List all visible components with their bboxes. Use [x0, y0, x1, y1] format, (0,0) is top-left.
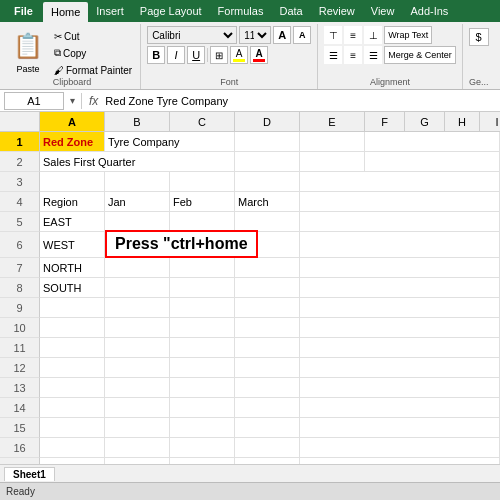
row-header-2[interactable]: 2: [0, 152, 40, 172]
align-right-button[interactable]: ☰: [364, 46, 382, 64]
row-header-8[interactable]: 8: [0, 278, 40, 298]
data-tab[interactable]: Data: [271, 0, 310, 22]
formulas-tab[interactable]: Formulas: [210, 0, 272, 22]
cell-B7[interactable]: [105, 258, 170, 278]
cell-B1[interactable]: Tyre Company: [105, 132, 235, 152]
decrease-font-button[interactable]: A: [293, 26, 311, 44]
cell-E4[interactable]: [300, 192, 500, 212]
cell-D1[interactable]: [300, 132, 365, 152]
format-painter-button[interactable]: 🖌 Format Painter: [52, 62, 134, 78]
align-left-button[interactable]: ☰: [324, 46, 342, 64]
cell-E7[interactable]: [300, 258, 500, 278]
row-header-4[interactable]: 4: [0, 192, 40, 212]
bold-button[interactable]: B: [147, 46, 165, 64]
cell-B8[interactable]: [105, 278, 170, 298]
underline-button[interactable]: U: [187, 46, 205, 64]
col-header-F[interactable]: F: [365, 112, 405, 131]
view-tab[interactable]: View: [363, 0, 403, 22]
row-header-11[interactable]: 11: [0, 338, 40, 358]
addins-tab[interactable]: Add-Ins: [402, 0, 456, 22]
cell-C2[interactable]: [235, 152, 300, 172]
cell-E8[interactable]: [300, 278, 500, 298]
status-bar-text: Ready: [6, 486, 35, 497]
border-button[interactable]: ⊞: [210, 46, 228, 64]
col-header-C[interactable]: C: [170, 112, 235, 131]
cell-A2[interactable]: Sales First Quarter: [40, 152, 235, 172]
row-header-12[interactable]: 12: [0, 358, 40, 378]
home-tab[interactable]: Home: [43, 2, 88, 22]
cell-C8[interactable]: [170, 278, 235, 298]
italic-button[interactable]: I: [167, 46, 185, 64]
col-header-E[interactable]: E: [300, 112, 365, 131]
cell-D7[interactable]: [235, 258, 300, 278]
row-header-5[interactable]: 5: [0, 212, 40, 232]
formula-input[interactable]: [105, 95, 496, 107]
cell-E2[interactable]: [365, 152, 500, 172]
copy-button[interactable]: ⧉ Copy: [52, 45, 134, 61]
col-header-A[interactable]: A: [40, 112, 105, 131]
cell-A4[interactable]: Region: [40, 192, 105, 212]
align-center-button[interactable]: ≡: [344, 46, 362, 64]
sheet-tab-btn[interactable]: Sheet1: [4, 467, 55, 481]
row-header-16[interactable]: 16: [0, 438, 40, 458]
align-top-button[interactable]: ⊤: [324, 26, 342, 44]
align-bottom-button[interactable]: ⊥: [364, 26, 382, 44]
col-header-D[interactable]: D: [235, 112, 300, 131]
cell-E6[interactable]: [300, 232, 500, 258]
font-color-button[interactable]: A: [250, 46, 268, 64]
font-size-select[interactable]: 11: [239, 26, 271, 44]
increase-font-button[interactable]: A: [273, 26, 291, 44]
dollar-button[interactable]: $: [469, 28, 489, 46]
cell-D8[interactable]: [235, 278, 300, 298]
review-tab[interactable]: Review: [311, 0, 363, 22]
wrap-text-button[interactable]: Wrap Text: [384, 26, 432, 44]
cell-C4[interactable]: Feb: [170, 192, 235, 212]
row-header-6[interactable]: 6: [0, 232, 40, 258]
table-row: 3: [0, 172, 500, 192]
cell-D2[interactable]: [300, 152, 365, 172]
cut-button[interactable]: ✂ Cut: [52, 28, 134, 44]
col-header-I[interactable]: I: [480, 112, 500, 131]
col-header-H[interactable]: H: [445, 112, 480, 131]
cell-B3[interactable]: [105, 172, 170, 192]
row-header-14[interactable]: 14: [0, 398, 40, 418]
cell-D5[interactable]: [235, 212, 300, 232]
cell-C7[interactable]: [170, 258, 235, 278]
cell-E1[interactable]: [365, 132, 500, 152]
cell-A6[interactable]: WEST: [40, 232, 105, 258]
cell-D4[interactable]: March: [235, 192, 300, 212]
row-header-10[interactable]: 10: [0, 318, 40, 338]
cell-D3[interactable]: [235, 172, 300, 192]
row-header-15[interactable]: 15: [0, 418, 40, 438]
scissors-icon: ✂: [54, 31, 62, 42]
paste-button[interactable]: 📋 Paste: [8, 26, 48, 76]
formula-expand-icon[interactable]: ▾: [68, 95, 77, 106]
cell-A7[interactable]: NORTH: [40, 258, 105, 278]
cell-B4[interactable]: Jan: [105, 192, 170, 212]
row-header-9[interactable]: 9: [0, 298, 40, 318]
cell-C3[interactable]: [170, 172, 235, 192]
row-header-7[interactable]: 7: [0, 258, 40, 278]
cell-A8[interactable]: SOUTH: [40, 278, 105, 298]
row-header-3[interactable]: 3: [0, 172, 40, 192]
cell-E3[interactable]: [300, 172, 500, 192]
file-tab[interactable]: File: [4, 0, 43, 22]
col-header-G[interactable]: G: [405, 112, 445, 131]
merge-center-button[interactable]: Merge & Center: [384, 46, 456, 64]
font-name-select[interactable]: Calibri: [147, 26, 237, 44]
cell-E5[interactable]: [300, 212, 500, 232]
row-header-13[interactable]: 13: [0, 378, 40, 398]
cell-A1[interactable]: Red Zone: [40, 132, 105, 152]
row-header-1[interactable]: 1: [0, 132, 40, 152]
page-layout-tab[interactable]: Page Layout: [132, 0, 210, 22]
insert-tab[interactable]: Insert: [88, 0, 132, 22]
cell-B5[interactable]: [105, 212, 170, 232]
cell-reference[interactable]: A1: [4, 92, 64, 110]
fill-color-button[interactable]: A: [230, 46, 248, 64]
cell-C1[interactable]: [235, 132, 300, 152]
cell-A3[interactable]: [40, 172, 105, 192]
cell-C5[interactable]: [170, 212, 235, 232]
align-middle-button[interactable]: ≡: [344, 26, 362, 44]
cell-A5[interactable]: EAST: [40, 212, 105, 232]
col-header-B[interactable]: B: [105, 112, 170, 131]
